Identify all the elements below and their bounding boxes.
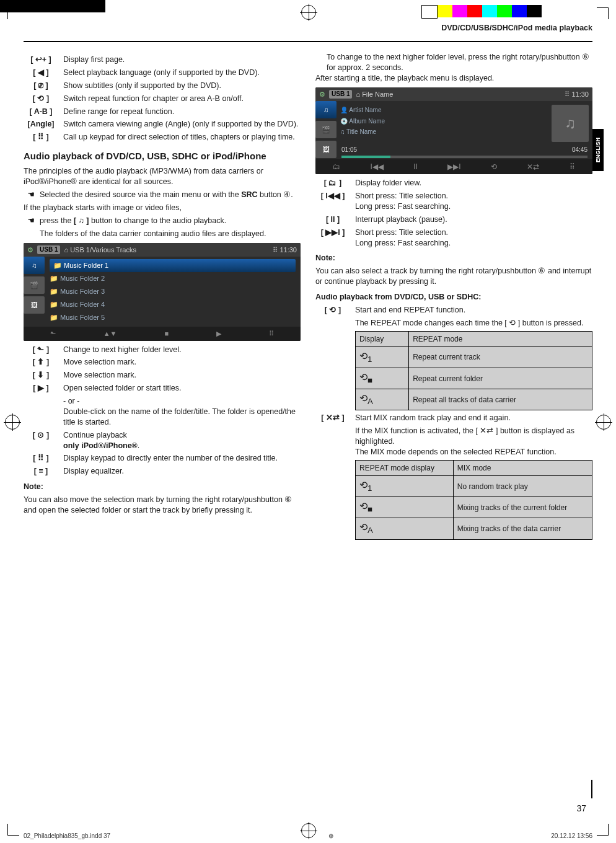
item-text: Interrupt playback (pause). (355, 214, 592, 225)
item-text: Start MIX random track play and end it a… (355, 413, 592, 423)
item-text: Switch repeat function for chapter or ar… (63, 94, 301, 104)
pointer-icon: ☛ (24, 216, 35, 226)
sub-heading: Audio playback from DVD/CD, USB or SDHC: (315, 292, 592, 302)
item-text: Display equalizer. (63, 466, 301, 477)
item-text: Move selection mark. (63, 370, 301, 381)
bullet-text: press the [ ♫ ] button to change to the … (40, 216, 226, 226)
header-rule (24, 41, 592, 42)
video-tab-icon: 🎬 (315, 121, 337, 138)
item-text: Continue playbackonly iPod®/iPhone®. (63, 430, 301, 451)
paragraph: The MIX mode depends on the selected REP… (355, 447, 592, 457)
folder-row: 📁 Music Folder 3 (50, 285, 296, 298)
folder-row: 📁 Music Folder 1 (50, 259, 296, 272)
music-tab-icon: ♫ (24, 257, 45, 274)
item-text: Select playback language (only if suppor… (63, 68, 301, 78)
language-tab: ENGLISH (592, 129, 604, 171)
paragraph: After starting a title, the playback men… (315, 73, 592, 84)
item-text: Change to next higher folder level. (63, 345, 301, 355)
item-text: Move selection mark. (63, 357, 301, 368)
paragraph: If the playback starts with image or vid… (24, 203, 301, 213)
section-heading: Audio playback of DVD/CD, USB, SDHC or i… (24, 150, 301, 162)
item-text: Define range for repeat function. (63, 107, 301, 117)
pointer-icon: ☛ (24, 190, 35, 200)
footer-date: 20.12.12 13:56 (551, 832, 592, 839)
folder-list-screenshot: ⚙ USB 1 ⌂ USB 1/Various Tracks ⠿ 11:30 ♫… (24, 243, 301, 341)
item-text: Call up keypad for direct selection of t… (63, 132, 301, 143)
note-text: You can also select a track by turning t… (315, 266, 592, 287)
print-color-bar (421, 5, 542, 19)
image-tab-icon: 🖼 (24, 296, 45, 314)
footer-reg-icon: ⊕ (328, 832, 333, 839)
mix-mode-table: REPEAT mode displayMIX mode ⟲1No random … (355, 460, 592, 540)
page-number-bar (591, 780, 592, 798)
registration-mark-icon (301, 5, 316, 20)
item-text: Start and end REPEAT function. (355, 305, 592, 316)
footer-file: 02_Philadelphia835_gb.indd 37 (24, 832, 110, 839)
now-playing-screenshot: ⚙ USB 1 ⌂ File Name ⠿ 11:30 ♫ 🎬 🖼 👤 (315, 87, 592, 175)
paragraph: To change to the next higher folder leve… (327, 52, 592, 73)
paragraph: The principles of the audio playback (MP… (24, 166, 301, 187)
bullet-text: Selected the desired source via the main… (40, 190, 293, 200)
item-text: Display keypad to directly enter the num… (63, 453, 301, 464)
folder-row: 📁 Music Folder 4 (50, 298, 296, 311)
item-text: Short press: Title selection.Long press:… (355, 191, 592, 212)
repeat-mode-table: DisplayREPEAT mode ⟲1Repeat current trac… (355, 331, 592, 411)
music-tab-icon: ♫ (315, 101, 337, 118)
paragraph: Double-click on the name of the folder/t… (63, 407, 301, 428)
paragraph: If the MIX function is activated, the [ … (355, 426, 592, 447)
folder-row: 📁 Music Folder 5 (50, 311, 296, 324)
video-tab-icon: 🎬 (24, 276, 45, 294)
note-text: You can also move the selection mark by … (24, 495, 301, 516)
section-header: DVD/CD/USB/SDHC/iPod media playback (441, 24, 592, 32)
item-text: Display folder view. (355, 178, 592, 188)
note-heading: Note: (24, 482, 301, 492)
item-text: Open selected folder or start titles. (63, 383, 301, 394)
folder-row: 📁 Music Folder 2 (50, 272, 296, 285)
page-number: 37 (576, 803, 586, 813)
item-text: Switch camera viewing angle (Angle) (onl… (63, 119, 301, 130)
note-heading: Note: (315, 253, 592, 263)
item-text: Display first page. (63, 55, 301, 65)
registration-mark-icon (5, 415, 20, 430)
paragraph: The REPEAT mode changes each time the [ … (355, 318, 592, 329)
image-tab-icon: 🖼 (315, 141, 337, 158)
paragraph: The folders of the data carrier containi… (40, 229, 301, 239)
album-art-icon: ♫ (552, 105, 589, 142)
item-text: Short press: Title selection.Long press:… (355, 227, 592, 249)
item-text: Show subtitles (only if supported by the… (63, 81, 301, 91)
or-text: - or - (63, 396, 301, 407)
registration-mark-icon (596, 415, 611, 430)
